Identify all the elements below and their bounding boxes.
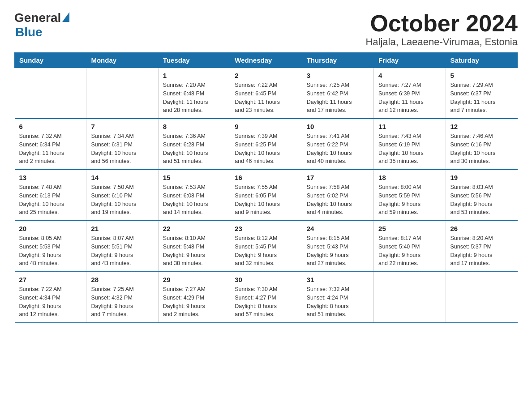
calendar-cell: 26Sunrise: 8:20 AM Sunset: 5:37 PM Dayli… — [446, 221, 517, 272]
day-info: Sunrise: 7:32 AM Sunset: 6:34 PM Dayligh… — [19, 132, 82, 166]
weekday-header: Tuesday — [158, 53, 230, 68]
calendar-cell — [86, 68, 158, 119]
day-number: 19 — [450, 174, 513, 181]
day-number: 28 — [91, 276, 153, 283]
day-number: 6 — [19, 123, 82, 130]
day-number: 8 — [163, 123, 225, 130]
day-number: 21 — [91, 225, 153, 232]
day-info: Sunrise: 7:55 AM Sunset: 6:05 PM Dayligh… — [235, 183, 297, 217]
weekday-header: Wednesday — [230, 53, 302, 68]
calendar-cell: 4Sunrise: 7:27 AM Sunset: 6:39 PM Daylig… — [374, 68, 446, 119]
day-number: 25 — [378, 225, 441, 232]
day-info: Sunrise: 8:05 AM Sunset: 5:53 PM Dayligh… — [19, 234, 82, 268]
day-info: Sunrise: 7:30 AM Sunset: 4:27 PM Dayligh… — [235, 285, 297, 319]
calendar-cell: 24Sunrise: 8:15 AM Sunset: 5:43 PM Dayli… — [302, 221, 373, 272]
day-info: Sunrise: 7:43 AM Sunset: 6:19 PM Dayligh… — [378, 132, 441, 166]
day-number: 24 — [307, 225, 369, 232]
day-info: Sunrise: 7:25 AM Sunset: 4:32 PM Dayligh… — [91, 285, 153, 319]
weekday-header: Friday — [374, 53, 446, 68]
day-info: Sunrise: 8:03 AM Sunset: 5:56 PM Dayligh… — [450, 183, 513, 217]
logo-general-text: General — [14, 11, 61, 25]
calendar-cell: 7Sunrise: 7:34 AM Sunset: 6:31 PM Daylig… — [86, 119, 158, 170]
calendar-week-row: 6Sunrise: 7:32 AM Sunset: 6:34 PM Daylig… — [15, 119, 518, 170]
day-info: Sunrise: 7:29 AM Sunset: 6:37 PM Dayligh… — [450, 81, 513, 115]
calendar-cell: 1Sunrise: 7:20 AM Sunset: 6:48 PM Daylig… — [158, 68, 230, 119]
title-block: October 2024 Haljala, Laeaene-Virumaa, E… — [365, 11, 518, 48]
day-info: Sunrise: 7:36 AM Sunset: 6:28 PM Dayligh… — [163, 132, 225, 166]
calendar-week-row: 20Sunrise: 8:05 AM Sunset: 5:53 PM Dayli… — [15, 221, 518, 272]
calendar-cell: 6Sunrise: 7:32 AM Sunset: 6:34 PM Daylig… — [15, 119, 86, 170]
day-number: 22 — [163, 225, 225, 232]
day-number: 10 — [307, 123, 369, 130]
day-number: 5 — [450, 72, 513, 79]
logo-blue-text: Blue — [15, 25, 69, 39]
day-number: 9 — [235, 123, 297, 130]
calendar-cell: 16Sunrise: 7:55 AM Sunset: 6:05 PM Dayli… — [230, 170, 302, 221]
calendar-cell: 3Sunrise: 7:25 AM Sunset: 6:42 PM Daylig… — [302, 68, 373, 119]
day-info: Sunrise: 7:32 AM Sunset: 4:24 PM Dayligh… — [307, 285, 369, 319]
day-number: 30 — [235, 276, 297, 283]
calendar-cell — [446, 272, 517, 323]
calendar-cell: 28Sunrise: 7:25 AM Sunset: 4:32 PM Dayli… — [86, 272, 158, 323]
calendar-cell: 22Sunrise: 8:10 AM Sunset: 5:48 PM Dayli… — [158, 221, 230, 272]
calendar-cell: 27Sunrise: 7:22 AM Sunset: 4:34 PM Dayli… — [15, 272, 86, 323]
day-number: 11 — [378, 123, 441, 130]
day-number: 29 — [163, 276, 225, 283]
day-info: Sunrise: 7:53 AM Sunset: 6:08 PM Dayligh… — [163, 183, 225, 217]
day-info: Sunrise: 7:22 AM Sunset: 6:45 PM Dayligh… — [235, 81, 297, 115]
weekday-header: Sunday — [15, 53, 86, 68]
calendar-cell: 5Sunrise: 7:29 AM Sunset: 6:37 PM Daylig… — [446, 68, 517, 119]
calendar-header-row: SundayMondayTuesdayWednesdayThursdayFrid… — [15, 53, 518, 68]
day-number: 14 — [91, 174, 153, 181]
logo-arrow-icon — [62, 12, 69, 22]
day-number: 3 — [307, 72, 369, 79]
day-number: 17 — [307, 174, 369, 181]
day-info: Sunrise: 8:17 AM Sunset: 5:40 PM Dayligh… — [378, 234, 441, 268]
calendar-cell: 31Sunrise: 7:32 AM Sunset: 4:24 PM Dayli… — [302, 272, 373, 323]
calendar-cell: 20Sunrise: 8:05 AM Sunset: 5:53 PM Dayli… — [15, 221, 86, 272]
calendar-cell: 23Sunrise: 8:12 AM Sunset: 5:45 PM Dayli… — [230, 221, 302, 272]
calendar-table: SundayMondayTuesdayWednesdayThursdayFrid… — [14, 52, 518, 323]
day-number: 27 — [19, 276, 82, 283]
calendar-cell: 30Sunrise: 7:30 AM Sunset: 4:27 PM Dayli… — [230, 272, 302, 323]
calendar-cell: 10Sunrise: 7:41 AM Sunset: 6:22 PM Dayli… — [302, 119, 373, 170]
day-info: Sunrise: 7:48 AM Sunset: 6:13 PM Dayligh… — [19, 183, 82, 217]
day-info: Sunrise: 8:15 AM Sunset: 5:43 PM Dayligh… — [307, 234, 369, 268]
page-subtitle: Haljala, Laeaene-Virumaa, Estonia — [365, 36, 518, 48]
day-info: Sunrise: 7:41 AM Sunset: 6:22 PM Dayligh… — [307, 132, 369, 166]
day-number: 7 — [91, 123, 153, 130]
calendar-cell: 19Sunrise: 8:03 AM Sunset: 5:56 PM Dayli… — [446, 170, 517, 221]
day-info: Sunrise: 8:00 AM Sunset: 5:59 PM Dayligh… — [378, 183, 441, 217]
weekday-header: Saturday — [446, 53, 517, 68]
day-number: 16 — [235, 174, 297, 181]
day-info: Sunrise: 7:39 AM Sunset: 6:25 PM Dayligh… — [235, 132, 297, 166]
weekday-header: Monday — [86, 53, 158, 68]
day-info: Sunrise: 7:34 AM Sunset: 6:31 PM Dayligh… — [91, 132, 153, 166]
calendar-cell: 9Sunrise: 7:39 AM Sunset: 6:25 PM Daylig… — [230, 119, 302, 170]
calendar-cell: 25Sunrise: 8:17 AM Sunset: 5:40 PM Dayli… — [374, 221, 446, 272]
day-number: 15 — [163, 174, 225, 181]
day-info: Sunrise: 7:22 AM Sunset: 4:34 PM Dayligh… — [19, 285, 82, 319]
calendar-cell: 21Sunrise: 8:07 AM Sunset: 5:51 PM Dayli… — [86, 221, 158, 272]
calendar-cell — [374, 272, 446, 323]
day-info: Sunrise: 7:27 AM Sunset: 6:39 PM Dayligh… — [378, 81, 441, 115]
day-info: Sunrise: 7:25 AM Sunset: 6:42 PM Dayligh… — [307, 81, 369, 115]
day-info: Sunrise: 7:46 AM Sunset: 6:16 PM Dayligh… — [450, 132, 513, 166]
day-number: 12 — [450, 123, 513, 130]
day-info: Sunrise: 8:10 AM Sunset: 5:48 PM Dayligh… — [163, 234, 225, 268]
calendar-week-row: 1Sunrise: 7:20 AM Sunset: 6:48 PM Daylig… — [15, 68, 518, 119]
calendar-cell: 11Sunrise: 7:43 AM Sunset: 6:19 PM Dayli… — [374, 119, 446, 170]
day-info: Sunrise: 7:50 AM Sunset: 6:10 PM Dayligh… — [91, 183, 153, 217]
calendar-cell: 2Sunrise: 7:22 AM Sunset: 6:45 PM Daylig… — [230, 68, 302, 119]
page-header: General Blue October 2024 Haljala, Laeae… — [14, 11, 518, 48]
calendar-cell: 12Sunrise: 7:46 AM Sunset: 6:16 PM Dayli… — [446, 119, 517, 170]
day-number: 26 — [450, 225, 513, 232]
day-info: Sunrise: 7:27 AM Sunset: 4:29 PM Dayligh… — [163, 285, 225, 319]
day-info: Sunrise: 7:58 AM Sunset: 6:02 PM Dayligh… — [307, 183, 369, 217]
day-number: 13 — [19, 174, 82, 181]
calendar-cell: 15Sunrise: 7:53 AM Sunset: 6:08 PM Dayli… — [158, 170, 230, 221]
calendar-cell — [15, 68, 86, 119]
day-info: Sunrise: 8:20 AM Sunset: 5:37 PM Dayligh… — [450, 234, 513, 268]
logo: General Blue — [14, 11, 69, 39]
day-info: Sunrise: 7:20 AM Sunset: 6:48 PM Dayligh… — [163, 81, 225, 115]
